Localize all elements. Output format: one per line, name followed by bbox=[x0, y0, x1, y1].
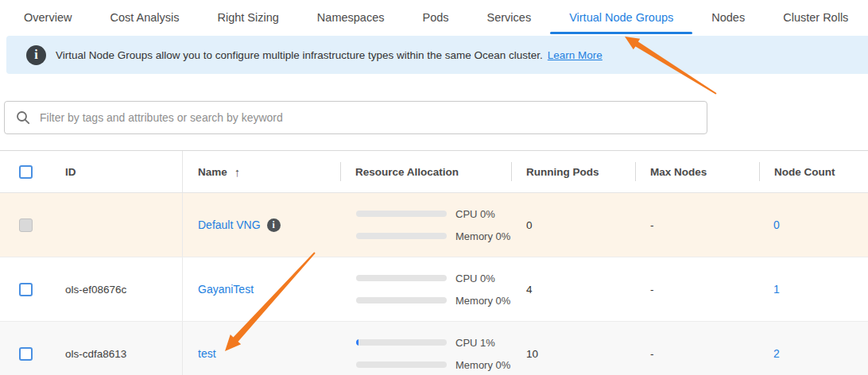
cell-id: ols-ef08676c bbox=[46, 284, 182, 296]
row-checkbox-cell bbox=[0, 218, 46, 232]
cell-running-pods: 10 bbox=[511, 348, 635, 360]
column-header-resource-allocation[interactable]: Resource Allocation bbox=[340, 151, 511, 192]
cell-name: Default VNG i bbox=[182, 193, 340, 257]
tab-label: Overview bbox=[24, 11, 72, 24]
row-checkbox[interactable] bbox=[19, 347, 33, 361]
memory-usage-bar bbox=[356, 297, 447, 303]
tab[interactable]: Overview bbox=[5, 0, 91, 34]
table-row: Default VNG i CPU 0% Memory 0% bbox=[0, 193, 868, 257]
column-header-node-count[interactable]: Node Count bbox=[759, 151, 868, 192]
banner-text: Virtual Node Groups allow you to configu… bbox=[56, 49, 543, 61]
cell-resource-allocation: CPU 1% Memory 0% bbox=[340, 337, 511, 371]
tab[interactable]: Pods bbox=[403, 0, 467, 34]
cell-node-count: 2 bbox=[759, 347, 868, 360]
tab[interactable]: Cost Analysis bbox=[91, 0, 198, 34]
cell-resource-allocation: CPU 0% Memory 0% bbox=[340, 273, 511, 307]
cell-name: test bbox=[182, 322, 340, 375]
node-count-link[interactable]: 0 bbox=[773, 218, 780, 231]
tab-label: Cost Analysis bbox=[110, 11, 179, 24]
cpu-usage-bar bbox=[356, 339, 447, 346]
table-header-row: ID Name ↑ Resource Allocation Running Po… bbox=[0, 151, 868, 193]
column-header-id[interactable]: ID bbox=[46, 166, 182, 178]
select-all-checkbox[interactable] bbox=[19, 165, 33, 179]
vng-name-link[interactable]: Default VNG bbox=[198, 218, 261, 231]
column-header-name-label: Name bbox=[198, 166, 227, 178]
cell-max-nodes: - bbox=[635, 348, 759, 360]
cpu-usage-bar bbox=[356, 275, 447, 281]
vng-table: ID Name ↑ Resource Allocation Running Po… bbox=[0, 150, 868, 375]
table-body: Default VNG i CPU 0% Memory 0% bbox=[0, 193, 868, 375]
tab-label: Services bbox=[487, 11, 532, 24]
cell-running-pods: 0 bbox=[511, 219, 635, 231]
cell-node-count: 0 bbox=[759, 218, 868, 231]
cpu-usage-label: CPU 1% bbox=[455, 337, 495, 349]
node-count-link[interactable]: 1 bbox=[773, 283, 780, 296]
tab-label: Cluster Rolls bbox=[783, 11, 848, 24]
row-checkbox[interactable] bbox=[19, 218, 33, 232]
cpu-usage-row: CPU 1% bbox=[356, 337, 511, 349]
cpu-usage-label: CPU 0% bbox=[455, 208, 495, 220]
cell-running-pods: 4 bbox=[511, 284, 635, 296]
tab-label: Namespaces bbox=[317, 11, 385, 24]
tab-label: Virtual Node Groups bbox=[569, 11, 673, 24]
memory-usage-bar bbox=[356, 361, 447, 368]
cluster-tab-bar: Overview Cost Analysis Right Sizing Name… bbox=[0, 0, 868, 34]
column-header-running-pods[interactable]: Running Pods bbox=[511, 151, 635, 192]
cell-max-nodes: - bbox=[635, 219, 759, 231]
header-checkbox-cell bbox=[0, 165, 46, 179]
memory-usage-label: Memory 0% bbox=[455, 295, 510, 307]
search-input[interactable] bbox=[38, 110, 697, 125]
column-header-max-nodes[interactable]: Max Nodes bbox=[635, 151, 759, 192]
info-icon: i bbox=[26, 45, 46, 65]
cell-node-count: 1 bbox=[759, 283, 868, 296]
memory-usage-label: Memory 0% bbox=[455, 359, 510, 371]
search-icon bbox=[16, 110, 30, 125]
tab[interactable]: Cluster Rolls bbox=[764, 0, 867, 34]
tab-label: Nodes bbox=[711, 11, 745, 24]
info-banner: i Virtual Node Groups allow you to confi… bbox=[6, 36, 868, 74]
memory-usage-row: Memory 0% bbox=[356, 295, 511, 307]
tab[interactable]: Nodes bbox=[692, 0, 764, 34]
row-checkbox-cell bbox=[0, 283, 46, 296]
tab[interactable]: Virtual Node Groups bbox=[550, 0, 692, 34]
cell-id: ols-cdfa8613 bbox=[46, 348, 182, 360]
vng-info-icon[interactable]: i bbox=[267, 218, 281, 232]
tab[interactable]: Services bbox=[468, 0, 551, 34]
vng-name-link[interactable]: GayaniTest bbox=[198, 283, 254, 296]
table-row: ols-cdfa8613 test CPU 1% bbox=[0, 322, 868, 375]
learn-more-link[interactable]: Learn More bbox=[548, 49, 603, 61]
cell-resource-allocation: CPU 0% Memory 0% bbox=[340, 208, 511, 242]
tab-label: Pods bbox=[422, 11, 448, 24]
memory-usage-bar bbox=[356, 233, 447, 239]
memory-usage-label: Memory 0% bbox=[455, 230, 510, 242]
tab[interactable]: Namespaces bbox=[298, 0, 404, 34]
tab[interactable]: Right Sizing bbox=[198, 0, 297, 34]
cpu-usage-bar bbox=[356, 211, 447, 217]
cell-max-nodes: - bbox=[635, 284, 759, 296]
memory-usage-row: Memory 0% bbox=[356, 230, 511, 242]
cpu-usage-row: CPU 0% bbox=[356, 208, 511, 220]
cell-name: GayaniTest bbox=[182, 257, 340, 321]
cpu-usage-row: CPU 0% bbox=[356, 273, 511, 284]
vng-name-link[interactable]: test bbox=[198, 347, 216, 360]
cpu-usage-bar-fill bbox=[356, 339, 358, 346]
sort-ascending-icon[interactable]: ↑ bbox=[234, 165, 241, 179]
tab-label: Right Sizing bbox=[217, 11, 278, 24]
table-row: ols-ef08676c GayaniTest CPU 0% bbox=[0, 257, 868, 322]
filter-search-box[interactable] bbox=[4, 101, 707, 134]
column-header-name[interactable]: Name ↑ bbox=[182, 151, 340, 192]
node-count-link[interactable]: 2 bbox=[773, 347, 780, 360]
memory-usage-row: Memory 0% bbox=[356, 359, 511, 371]
row-checkbox-cell bbox=[0, 347, 46, 361]
cpu-usage-label: CPU 0% bbox=[455, 273, 495, 284]
row-checkbox[interactable] bbox=[19, 283, 33, 296]
